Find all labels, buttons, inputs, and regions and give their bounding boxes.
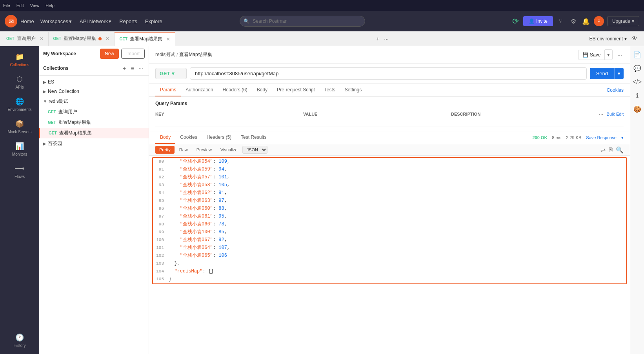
sync-icon[interactable]: ⟳ [511,16,520,26]
collection-item-redis[interactable]: ▼ redis测试 [39,96,149,107]
format-tabs: Pretty Raw Preview Visualize JSON ⇌ ⎘ 🔍 [149,144,630,156]
reports-link[interactable]: Reports [116,17,140,26]
new-button[interactable]: New [100,49,119,59]
collection-name-es: ES [48,79,145,85]
res-tab-headers[interactable]: Headers (5) [202,131,236,144]
breadcrumb-current: 查看Map结果集 [179,51,212,58]
more-collections-button[interactable]: ··· [137,64,145,72]
environment-selector[interactable]: ES environment ▾ [589,36,627,42]
code-highlight-box: 90 "全栈小袁054": 109,91 "全栈小袁059": 94,92 "全… [152,157,627,284]
bell-icon[interactable]: 🔔 [581,16,591,26]
word-wrap-icon[interactable]: ⇌ [600,146,606,154]
collection-item-query-user[interactable]: GET 查询用户 [39,107,149,117]
code-icon[interactable]: </> [631,77,643,87]
sidebar-item-environments[interactable]: 🌐 Environments [0,94,39,115]
eye-icon[interactable]: 👁 [630,34,639,44]
code-line: 100 "全栈小袁067": 92, [153,236,626,244]
method-select[interactable]: GET ▾ [155,68,187,79]
add-collection-button[interactable]: + [121,64,127,72]
sidebar-item-collections[interactable]: 📁 Collections [0,49,39,70]
collection-item-baicha[interactable]: ▶ 百茶园 [39,138,149,149]
search-response-icon[interactable]: 🔍 [616,146,624,154]
tab-authorization[interactable]: Authorization [181,84,218,96]
sidebar-item-label-history: History [13,343,25,348]
sidebar-item-flows[interactable]: ⟶ Flows [0,161,39,182]
collection-item-view-map[interactable]: GET 查看Map结果集 [39,128,149,138]
sidebar-item-history[interactable]: 🕐 History [0,330,39,351]
right-panel: 📄 💬 </> ℹ 🍪 [630,46,644,354]
sidebar-item-monitors[interactable]: 📊 Monitors [0,139,39,160]
explore-link[interactable]: Explore [142,17,166,26]
sidebar-item-apis[interactable]: ⬡ APIs [0,72,39,93]
new-tab-button[interactable]: + [375,34,381,44]
fmt-tab-pretty[interactable]: Pretty [155,146,175,154]
fmt-tab-visualize[interactable]: Visualize [216,146,242,154]
menu-view[interactable]: View [30,3,40,8]
environments-icon: 🌐 [15,97,24,106]
comment-icon[interactable]: 💬 [632,63,643,74]
tab-headers[interactable]: Headers (6) [218,84,252,96]
menu-bar: File Edit View Help [0,0,644,11]
params-section: Query Params KEY VALUE DESCRIPTION ··· B… [149,97,630,131]
save-dropdown-button[interactable]: ▾ [605,49,613,60]
fork-icon[interactable]: ⑂ [556,16,566,26]
send-button[interactable]: Send [590,68,614,79]
more-params-icon[interactable]: ··· [599,111,604,117]
collection-name-redis: redis测试 [49,98,145,105]
save-response-chevron[interactable]: ▾ [621,135,624,140]
request-more-button[interactable]: ··· [616,51,624,59]
panel-top-bar: My Workspace New Import [39,46,149,61]
menu-help[interactable]: Help [45,3,55,8]
breadcrumb-separator: / [176,52,178,58]
code-viewer[interactable]: 90 "全栈小袁054": 109,91 "全栈小袁059": 94,92 "全… [149,156,630,354]
close-tab-icon3[interactable]: ✕ [166,36,170,42]
doc-icon[interactable]: 📄 [632,49,643,60]
workspaces-dropdown[interactable]: Workspaces ▾ [37,17,75,26]
collection-item-es[interactable]: ▶ ES [39,77,149,87]
close-tab-icon[interactable]: ✕ [40,36,44,42]
tab-body[interactable]: Body [252,84,272,96]
bulk-edit-button[interactable]: Bulk Edit [607,112,624,116]
logo[interactable]: ✉ [5,15,17,27]
home-link[interactable]: Home [20,18,34,24]
tab-tests[interactable]: Tests [320,84,340,96]
upgrade-button[interactable]: Upgrade ▾ [607,16,639,26]
search-input[interactable] [240,16,365,27]
collection-item-reset-map[interactable]: GET 重置Map结果集 [39,117,149,128]
tab-query-user[interactable]: GET 查询用户 ✕ [2,32,49,46]
api-network-dropdown[interactable]: API Network ▾ [76,17,115,26]
collection-item-new[interactable]: ▶ New Collection [39,87,149,96]
environment-chevron: ▾ [624,36,627,42]
save-response-button[interactable]: Save Response [586,135,617,140]
tab-pre-request[interactable]: Pre-request Script [272,84,320,96]
tab-reset-map[interactable]: GET 重置Map结果集 ✕ [49,32,115,46]
send-dropdown-button[interactable]: ▾ [614,68,624,79]
import-button[interactable]: Import [121,49,145,59]
more-tabs-button[interactable]: ··· [382,34,390,44]
tab-view-map[interactable]: GET 查看Map结果集 ✕ [115,32,175,46]
res-tab-body[interactable]: Body [155,131,175,144]
cookie-icon[interactable]: 🍪 [632,104,643,114]
avatar[interactable]: P [594,16,604,26]
method-badge-get2: GET [53,36,62,41]
info-icon[interactable]: ℹ [635,90,640,101]
menu-file[interactable]: File [3,3,10,8]
tab-settings[interactable]: Settings [340,84,366,96]
menu-edit[interactable]: Edit [16,3,24,8]
format-type-select[interactable]: JSON [242,146,267,154]
chevron-icon-baicha: ▶ [43,142,46,146]
sidebar-item-mock-servers[interactable]: 📦 Mock Servers [0,116,39,137]
fmt-tab-raw[interactable]: Raw [175,146,192,154]
invite-button[interactable]: 👤 Invite [523,16,553,26]
settings-icon[interactable]: ⚙ [569,16,578,26]
fmt-tab-preview[interactable]: Preview [193,146,216,154]
close-tab-icon2[interactable]: ✕ [106,36,109,42]
tab-params[interactable]: Params [155,84,181,96]
sort-collections-button[interactable]: ≡ [129,64,135,72]
copy-response-icon[interactable]: ⎘ [609,146,613,153]
cookies-link[interactable]: Cookies [607,87,624,93]
save-button[interactable]: 💾 Save [578,50,605,60]
res-tab-cookies[interactable]: Cookies [175,131,202,144]
res-tab-test-results[interactable]: Test Results [236,131,271,144]
url-input[interactable] [190,67,587,80]
